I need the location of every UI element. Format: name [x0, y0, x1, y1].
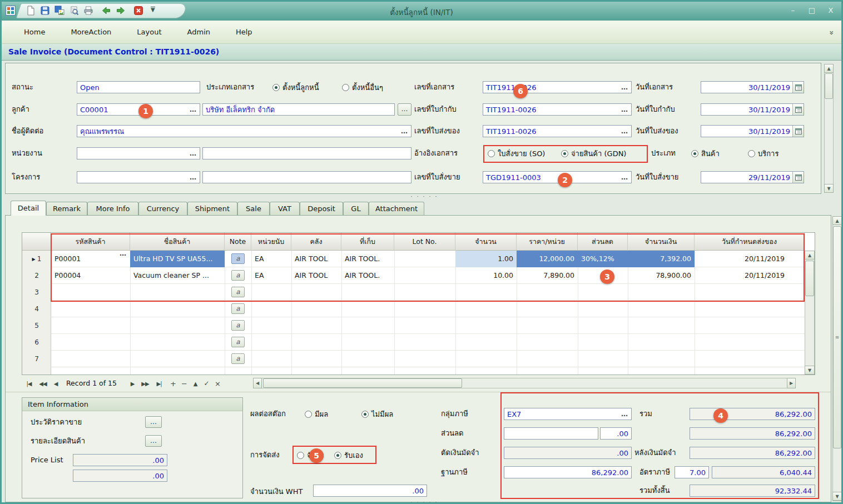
tab-vat[interactable]: VAT	[270, 202, 300, 215]
row-indicator-7[interactable]: 7	[22, 351, 51, 367]
tab-deposit[interactable]: Deposit	[300, 202, 343, 215]
grid-header-warehouse[interactable]: คลัง	[291, 233, 341, 251]
nav-next-page-button[interactable]: ▶▶	[138, 378, 152, 388]
grid-header-code[interactable]: รหัสสินค้า	[51, 233, 130, 251]
nav-next-button[interactable]: ▶	[127, 378, 137, 388]
tax-invoice-date-field[interactable]: 30/11/2019	[701, 103, 804, 116]
menu-admin[interactable]: Admin	[187, 28, 210, 36]
note-button-row1[interactable]: a	[231, 253, 245, 264]
nav-cancel-button[interactable]: ×	[213, 378, 222, 388]
grid-header-location[interactable]: ที่เก็บ	[341, 233, 394, 251]
grid-header-price[interactable]: ราคา/หน่วย	[517, 233, 578, 251]
nav-edit-button[interactable]: ▲	[191, 378, 200, 388]
price-history-button[interactable]: …	[145, 416, 162, 428]
ref-doc-radio-so[interactable]: ใบสั่งขาย (SO)	[488, 147, 545, 159]
scroll-down-icon[interactable]: ▼	[832, 492, 842, 501]
scroll-thumb[interactable]	[805, 261, 814, 296]
row-indicator-1[interactable]: ▶1	[22, 251, 51, 267]
wht-field[interactable]: .00	[313, 485, 427, 497]
grid-header-amount[interactable]: จำนวนเงิน	[628, 233, 695, 251]
nav-delete-button[interactable]: −	[180, 378, 189, 388]
lookup-icon[interactable]: …	[401, 128, 408, 134]
row-indicator-2[interactable]: 2	[22, 267, 51, 284]
scroll-up-icon[interactable]: ▲	[824, 64, 834, 73]
cell-due-date-row1[interactable]: 20/11/2019	[695, 251, 805, 267]
cell-lot-row2[interactable]	[394, 267, 455, 284]
price-list-field-2[interactable]: .00	[73, 470, 167, 482]
collapse-chevron-icon[interactable]: »	[828, 31, 837, 36]
cell-amount-row1[interactable]: 7,392.00	[628, 251, 695, 267]
lookup-icon[interactable]: …	[621, 128, 628, 134]
cell-discount-row1[interactable]: 30%,12%	[578, 251, 628, 267]
note-button-row3[interactable]: a	[231, 287, 245, 297]
lookup-icon[interactable]: …	[621, 84, 628, 90]
scroll-left-icon[interactable]: ◀	[253, 378, 262, 388]
contact-field[interactable]: คุณแพรพรรณ…	[77, 125, 411, 137]
doc-type-radio-other[interactable]: ตั้งหนี้อื่นๆ	[342, 81, 383, 93]
scroll-thumb[interactable]: ≡	[833, 226, 841, 448]
discount-amount-field[interactable]: .00	[600, 427, 632, 440]
item-detail-button[interactable]: …	[145, 435, 162, 447]
doc-type-radio-receivable[interactable]: ตั้งหนี้ลูกหนี้	[272, 81, 319, 93]
department-field[interactable]: …	[77, 147, 200, 159]
grid-header-lot[interactable]: Lot No.	[394, 233, 455, 251]
cell-location-row2[interactable]: AIR TOOL.	[341, 267, 394, 284]
customer-browse-button[interactable]: …	[398, 103, 411, 116]
tab-gl[interactable]: GL	[343, 202, 369, 215]
cell-location-row1[interactable]: AIR TOOL.	[341, 251, 394, 267]
discount-field[interactable]	[504, 427, 598, 440]
cell-lot-row1[interactable]	[394, 251, 455, 267]
bottom-splitter-grip[interactable]: · · · · ·	[385, 498, 463, 504]
scroll-thumb[interactable]	[263, 378, 462, 388]
tab-detail[interactable]: Detail	[11, 201, 46, 216]
project-name-field[interactable]	[202, 171, 411, 183]
grid-header-note[interactable]: Note	[225, 233, 251, 251]
scroll-down-icon[interactable]: ▼	[824, 184, 834, 193]
grid-header-unit[interactable]: หน่วยนับ	[251, 233, 291, 251]
row-indicator-4[interactable]: 4	[22, 301, 51, 317]
maximize-button[interactable]: □	[807, 6, 817, 14]
tab-more-info[interactable]: More Info	[87, 202, 138, 215]
deposit-field[interactable]: .00	[504, 447, 632, 459]
calendar-icon[interactable]	[792, 126, 804, 137]
note-button-row5[interactable]: a	[231, 320, 245, 331]
cell-qty-row1[interactable]: 1.00	[455, 251, 517, 267]
cell-qty-row2[interactable]: 10.00	[455, 267, 517, 284]
tax-invoice-no-field[interactable]: TIT1911-0026…	[483, 103, 632, 116]
menu-home[interactable]: Home	[24, 28, 45, 36]
cell-price-row2[interactable]: 7,890.00	[517, 267, 578, 284]
lookup-icon[interactable]: …	[120, 251, 127, 267]
minimize-button[interactable]: –	[788, 6, 798, 14]
price-list-field-1[interactable]: .00	[73, 454, 167, 466]
lookup-icon[interactable]: …	[621, 411, 628, 417]
nav-prev-button[interactable]: ◀	[51, 378, 61, 388]
shipping-radio-pickup[interactable]: รับเอง	[334, 449, 363, 461]
row-indicator-3[interactable]: 3	[22, 284, 51, 301]
nav-first-button[interactable]: |◀	[23, 378, 35, 388]
stock-radio-affect[interactable]: มีผล	[305, 408, 328, 420]
scroll-right-icon[interactable]: ▶	[787, 378, 796, 388]
lookup-icon[interactable]: …	[190, 151, 197, 156]
category-radio-service[interactable]: บริการ	[748, 147, 778, 159]
close-button[interactable]: X	[826, 6, 836, 14]
tab-sale[interactable]: Sale	[237, 202, 270, 215]
scroll-up-icon[interactable]: ▲	[832, 216, 842, 225]
note-button-row6[interactable]: a	[231, 337, 245, 347]
calendar-icon[interactable]	[792, 104, 804, 115]
lookup-icon[interactable]: …	[190, 174, 197, 180]
note-button-row2[interactable]: a	[231, 270, 245, 281]
grid-header-due-date[interactable]: วันที่กำหนดส่งของ	[695, 233, 805, 251]
grid-header-name[interactable]: ชื่อสินค้า	[130, 233, 225, 251]
note-button-row4[interactable]: a	[231, 303, 245, 314]
grid-header-qty[interactable]: จำนวน	[455, 233, 517, 251]
ref-doc-radio-gdn[interactable]: จ่ายสินค้า (GDN)	[561, 147, 626, 159]
stock-radio-no-affect[interactable]: ไม่มีผล	[361, 408, 393, 420]
menu-help[interactable]: Help	[236, 28, 252, 36]
row-indicator-6[interactable]: 6	[22, 334, 51, 351]
doc-no-field[interactable]: TIT1911-0026…	[483, 81, 632, 93]
cell-unit-row2[interactable]: EA	[251, 267, 291, 284]
cell-warehouse-row1[interactable]: AIR TOOL	[291, 251, 341, 267]
cell-warehouse-row2[interactable]: AIR TOOL	[291, 267, 341, 284]
grid-header-discount[interactable]: ส่วนลด	[578, 233, 628, 251]
status-field[interactable]: Open	[77, 81, 200, 93]
